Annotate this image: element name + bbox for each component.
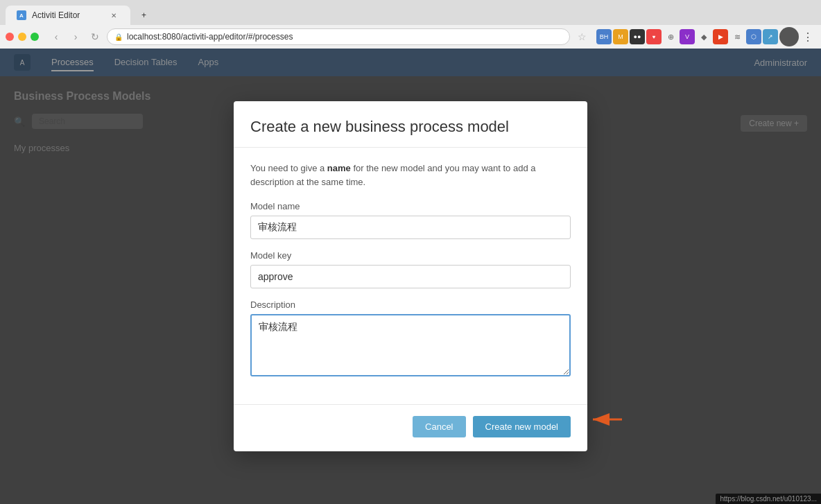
- ext-7[interactable]: ◆: [696, 29, 711, 44]
- description-textarea[interactable]: 审核流程: [250, 314, 571, 376]
- cancel-button[interactable]: Cancel: [413, 416, 465, 437]
- menu-button[interactable]: ⋮: [800, 29, 815, 44]
- extensions-bar: BH M ●● ♥ ⊕ V ◆ ▶ ≋ ⬡ ↗ ⋮: [596, 27, 815, 46]
- arrow-annotation: [587, 406, 625, 436]
- modal-body: You need to give a name for the new mode…: [234, 148, 587, 404]
- modal-footer: Cancel Create new model: [234, 404, 587, 451]
- modal-description: You need to give a name for the new mode…: [250, 162, 571, 189]
- ext-11[interactable]: ↗: [763, 29, 778, 44]
- model-key-label: Model key: [250, 250, 571, 261]
- model-name-group: Model name: [250, 201, 571, 239]
- ext-12[interactable]: [779, 27, 799, 46]
- new-tab-button[interactable]: +: [130, 6, 157, 25]
- tab-bar: A Activiti Editor ✕ +: [0, 0, 821, 25]
- close-window-button[interactable]: [6, 33, 14, 41]
- model-key-input[interactable]: [250, 265, 571, 288]
- model-name-label: Model name: [250, 201, 571, 211]
- ext-3[interactable]: ●●: [630, 29, 645, 44]
- modal-header: Create a new business process model: [234, 101, 587, 148]
- browser-toolbar: ‹ › ↻ 🔒 localhost:8080/activiti-app/edit…: [0, 25, 821, 49]
- modal-title: Create a new business process model: [250, 118, 571, 136]
- ext-9[interactable]: ≋: [729, 29, 745, 44]
- description-label: Description: [250, 299, 571, 310]
- model-key-group: Model key: [250, 250, 571, 288]
- ext-8[interactable]: ▶: [713, 29, 728, 44]
- maximize-window-button[interactable]: [31, 33, 39, 41]
- model-name-input[interactable]: [250, 216, 571, 239]
- app-background: A Processes Decision Tables Apps Adminis…: [0, 49, 821, 504]
- address-bar[interactable]: 🔒 localhost:8080/activiti-app/editor/#/p…: [107, 28, 570, 45]
- tab-close-button[interactable]: ✕: [108, 10, 119, 21]
- ext-6[interactable]: V: [680, 29, 695, 44]
- ext-10[interactable]: ⬡: [746, 29, 761, 44]
- description-group: Description 审核流程: [250, 299, 571, 379]
- ext-5[interactable]: ⊕: [663, 29, 678, 44]
- refresh-button[interactable]: ↻: [87, 29, 103, 44]
- back-button[interactable]: ‹: [49, 29, 64, 44]
- create-model-button[interactable]: Create new model: [473, 416, 571, 437]
- lock-icon: 🔒: [114, 33, 123, 41]
- browser-chrome: A Activiti Editor ✕ + ‹ › ↻ 🔒 localhost:…: [0, 0, 821, 49]
- tab-title: Activiti Editor: [32, 10, 80, 20]
- traffic-lights: [6, 33, 39, 41]
- modal-overlay: Create a new business process model You …: [0, 49, 821, 504]
- ext-1[interactable]: BH: [596, 29, 612, 44]
- ext-2[interactable]: M: [613, 29, 628, 44]
- address-text: localhost:8080/activiti-app/editor/#/pro…: [127, 32, 293, 42]
- bookmark-button[interactable]: ☆: [574, 29, 589, 44]
- modal-dialog: Create a new business process model You …: [234, 101, 587, 451]
- ext-4[interactable]: ♥: [646, 29, 662, 44]
- minimize-window-button[interactable]: [18, 33, 26, 41]
- active-tab[interactable]: A Activiti Editor ✕: [6, 6, 130, 25]
- tab-favicon: A: [17, 10, 26, 20]
- forward-button[interactable]: ›: [68, 29, 83, 44]
